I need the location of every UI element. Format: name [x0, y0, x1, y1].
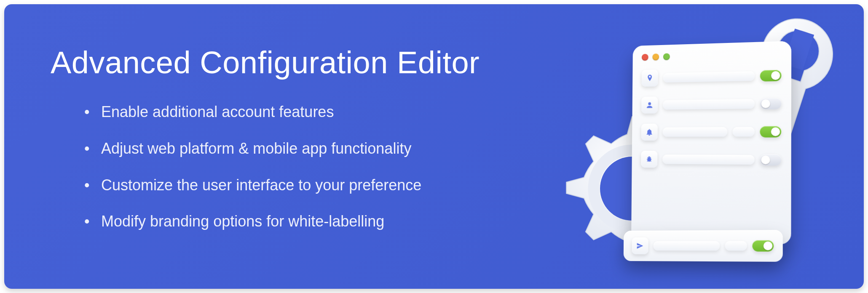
user-icon	[641, 96, 658, 114]
floating-setting-row	[624, 230, 783, 262]
wrench-icon	[725, 16, 834, 201]
bug-icon	[641, 151, 658, 168]
feature-banner: Advanced Configuration Editor Enable add…	[4, 4, 864, 289]
placeholder-bar	[663, 99, 755, 109]
svg-rect-2	[783, 29, 814, 70]
toggle-off-icon	[760, 154, 781, 165]
placeholder-bar	[733, 127, 755, 137]
placeholder-bar	[662, 154, 754, 165]
svg-point-0	[600, 157, 664, 221]
toggle-on-icon	[760, 70, 782, 82]
feature-item: Modify branding options for white-labell…	[84, 212, 480, 232]
bell-icon	[641, 124, 658, 141]
feature-item: Customize the user interface to your pre…	[84, 176, 480, 195]
toggle-on-icon	[760, 126, 781, 137]
close-dot-icon	[642, 54, 648, 61]
svg-point-1	[594, 150, 670, 227]
window-controls	[642, 50, 782, 61]
placeholder-bar	[663, 127, 728, 137]
feature-item: Enable additional account features	[84, 102, 480, 122]
setting-row	[641, 151, 781, 169]
setting-row	[641, 95, 781, 114]
placeholder-bar	[653, 241, 720, 251]
map-pin-icon	[641, 69, 658, 87]
feature-item: Adjust web platform & mobile app functio…	[84, 139, 480, 159]
gear-icon	[552, 109, 712, 269]
banner-title: Advanced Configuration Editor	[51, 45, 480, 80]
toggle-off-icon	[760, 98, 782, 109]
send-icon	[632, 237, 648, 254]
illustration	[581, 29, 817, 264]
minimize-dot-icon	[652, 53, 659, 60]
setting-row	[641, 67, 781, 87]
setting-row	[641, 123, 781, 141]
placeholder-bar	[725, 241, 747, 251]
settings-panel-illustration	[631, 41, 791, 245]
maximize-dot-icon	[663, 53, 670, 60]
placeholder-bar	[663, 71, 755, 83]
text-column: Advanced Configuration Editor Enable add…	[51, 45, 480, 248]
feature-list: Enable additional account features Adjus…	[51, 102, 480, 232]
toggle-on-icon	[752, 240, 774, 251]
